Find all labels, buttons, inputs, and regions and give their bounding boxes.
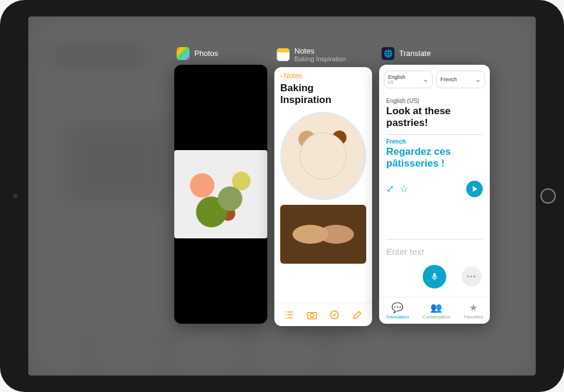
target-language-selector[interactable]: French ⌄ [436, 71, 485, 88]
target-language-label: French [386, 138, 483, 145]
source-language-selector[interactable]: English US ⌄ [384, 71, 433, 88]
notes-card-preview[interactable]: ‹ Notes Baking Inspiration [274, 67, 372, 326]
markup-icon[interactable] [329, 309, 340, 321]
svg-point-1 [310, 313, 314, 317]
target-lang-name: French [440, 77, 457, 82]
divider [386, 239, 483, 240]
tab-label: Conversation [423, 314, 450, 320]
screen: Photos Notes Baking Inspiration [28, 16, 536, 376]
food-plate-photo [174, 150, 267, 238]
conversation-icon: 👥 [430, 302, 442, 313]
source-text: Look at these pastries! [386, 105, 483, 129]
microphone-button[interactable] [423, 265, 446, 288]
tab-label: Translation [386, 314, 409, 320]
divider [386, 134, 483, 135]
tab-favorites[interactable]: ★ Favorites [464, 302, 483, 320]
translate-app-icon [381, 47, 394, 60]
chevron-left-icon: ‹ [280, 72, 283, 80]
app-header: Translate [379, 47, 490, 60]
favorites-star-icon: ★ [469, 302, 477, 313]
source-language-label: English (US) [386, 98, 483, 104]
translated-text: Regardez ces pâtisseries ! [386, 146, 483, 170]
photos-app-icon [177, 47, 190, 60]
note-title: Baking Inspiration [280, 82, 366, 106]
checklist-icon[interactable] [283, 309, 295, 321]
switcher-card-photos[interactable]: Photos [174, 47, 267, 324]
notes-app-icon [277, 48, 290, 61]
text-input[interactable]: Enter text [379, 247, 490, 257]
pastries-plate-image [280, 112, 366, 200]
notes-toolbar [274, 303, 372, 326]
app-name-label: Translate [399, 49, 431, 58]
translate-tabbar: 💬 Translation 👥 Conversation ★ Favorites [379, 297, 490, 324]
app-switcher[interactable]: Photos Notes Baking Inspiration [28, 16, 536, 376]
play-audio-button[interactable] [466, 181, 483, 197]
source-lang-name: English [388, 75, 406, 80]
app-name-label: Notes [294, 47, 346, 55]
translation-icon: 💬 [392, 302, 403, 313]
source-lang-sub: US [388, 80, 406, 84]
tab-conversation[interactable]: 👥 Conversation [423, 302, 450, 320]
svg-rect-3 [433, 273, 436, 277]
home-button[interactable] [540, 188, 556, 204]
tab-translation[interactable]: 💬 Translation [386, 302, 409, 320]
switcher-card-notes[interactable]: Notes Baking Inspiration ‹ Notes Baking … [274, 47, 372, 326]
translate-card-preview[interactable]: English US ⌄ French ⌄ English (US) Look … [379, 65, 490, 324]
expand-icon[interactable]: ⤢ [386, 183, 394, 194]
ipad-frame: Photos Notes Baking Inspiration [0, 0, 564, 392]
chevron-down-icon: ⌄ [423, 75, 429, 84]
app-subtitle-label: Baking Inspiration [294, 55, 346, 62]
back-label: Notes [284, 72, 302, 80]
chevron-down-icon: ⌄ [475, 75, 481, 84]
tab-label: Favorites [464, 314, 483, 320]
switcher-card-translate[interactable]: Translate English US ⌄ French [379, 47, 490, 324]
front-camera [13, 194, 18, 198]
favorite-star-icon[interactable]: ☆ [400, 183, 408, 194]
app-header: Notes Baking Inspiration [274, 47, 372, 62]
compose-icon[interactable] [351, 309, 363, 321]
notes-back-button[interactable]: ‹ Notes [280, 72, 366, 80]
bread-plate-image [280, 205, 366, 264]
app-header: Photos [174, 47, 267, 60]
photos-card-preview[interactable] [174, 65, 267, 324]
camera-icon[interactable] [306, 309, 318, 321]
more-options-button[interactable]: ··· [462, 267, 482, 287]
note-body [274, 108, 372, 303]
app-name-label: Photos [194, 49, 218, 58]
